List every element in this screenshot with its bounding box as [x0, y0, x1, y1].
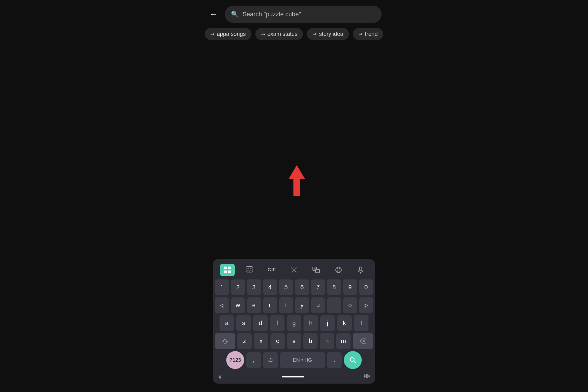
svg-point-15 — [337, 270, 338, 272]
svg-rect-3 — [228, 267, 231, 269]
num-sym-key[interactable]: ?123 — [226, 351, 244, 369]
svg-point-17 — [339, 270, 340, 272]
svg-rect-5 — [228, 270, 231, 273]
search-button[interactable] — [344, 351, 362, 369]
key-6[interactable]: 6 — [295, 279, 309, 295]
back-button[interactable]: ← — [206, 7, 220, 21]
key-m[interactable]: m — [336, 333, 351, 349]
key-l[interactable]: l — [354, 315, 368, 331]
chip-arrow-icon: ↗ — [311, 30, 318, 38]
key-3[interactable]: 3 — [247, 279, 261, 295]
key-b[interactable]: b — [303, 333, 318, 349]
home-indicator — [282, 376, 304, 377]
chip-arrow-icon: ↗ — [357, 30, 364, 38]
svg-rect-18 — [360, 267, 362, 271]
key-q[interactable]: q — [215, 297, 229, 313]
key-d[interactable]: d — [253, 315, 268, 331]
keyboard-switch-icon[interactable] — [364, 374, 370, 380]
key-u[interactable]: u — [311, 297, 325, 313]
key-g[interactable]: g — [287, 315, 301, 331]
key-j[interactable]: j — [320, 315, 335, 331]
svg-rect-24 — [364, 376, 367, 378]
keyboard-system-bar: ∨ — [215, 371, 373, 381]
shift-key[interactable] — [215, 333, 235, 349]
key-c[interactable]: c — [270, 333, 285, 349]
svg-rect-22 — [364, 374, 367, 376]
svg-point-7 — [248, 268, 249, 269]
key-v[interactable]: v — [287, 333, 301, 349]
zxcv-row: z x c v b n m — [215, 333, 373, 349]
bottom-row: ?123 , ☺ EN • HG . — [215, 351, 373, 369]
key-z[interactable]: z — [237, 333, 252, 349]
backspace-key[interactable] — [353, 333, 373, 349]
keyboard-toolbar: GIF — [215, 262, 373, 279]
number-row: 1 2 3 4 5 6 7 8 9 0 — [215, 279, 373, 295]
keyboard-collapse-icon[interactable]: ∨ — [218, 373, 222, 380]
key-y[interactable]: y — [295, 297, 309, 313]
toolbar-palette-button[interactable] — [331, 264, 346, 276]
qwerty-row: q w e r t y u i o p — [215, 297, 373, 313]
svg-rect-4 — [224, 270, 227, 273]
keyboard: GIF — [213, 259, 375, 384]
svg-rect-25 — [368, 376, 370, 378]
key-0[interactable]: 0 — [359, 279, 373, 295]
chip-label: trend — [365, 31, 378, 37]
key-o[interactable]: o — [343, 297, 357, 313]
chip-label: story idea — [319, 31, 343, 37]
key-i[interactable]: i — [327, 297, 341, 313]
svg-marker-1 — [288, 165, 305, 196]
key-s[interactable]: s — [236, 315, 251, 331]
svg-line-21 — [354, 361, 356, 363]
search-icon: 🔍 — [231, 11, 239, 18]
key-4[interactable]: 4 — [263, 279, 277, 295]
svg-rect-23 — [368, 374, 370, 376]
key-h[interactable]: h — [304, 315, 318, 331]
key-8[interactable]: 8 — [327, 279, 341, 295]
chip-arrow-icon: ↗ — [259, 30, 267, 38]
key-n[interactable]: n — [320, 333, 334, 349]
svg-point-14 — [339, 268, 340, 269]
toolbar-gif-button[interactable]: GIF — [265, 264, 279, 276]
red-arrow-indicator — [280, 162, 314, 200]
chip-exam-status[interactable]: ↗ exam status — [255, 28, 303, 40]
key-t[interactable]: t — [279, 297, 293, 313]
key-9[interactable]: 9 — [343, 279, 357, 295]
key-w[interactable]: w — [231, 297, 245, 313]
key-k[interactable]: k — [337, 315, 352, 331]
chip-trend[interactable]: ↗ trend — [353, 28, 383, 40]
svg-rect-2 — [224, 267, 227, 269]
svg-point-8 — [250, 268, 251, 269]
chips-row: ↗ appa songs ↗ exam status ↗ story idea … — [205, 28, 383, 40]
toolbar-sticker-button[interactable] — [242, 264, 257, 276]
key-e[interactable]: e — [247, 297, 261, 313]
comma-key[interactable]: , — [246, 352, 261, 368]
svg-point-13 — [337, 268, 338, 269]
key-x[interactable]: x — [254, 333, 268, 349]
key-7[interactable]: 7 — [311, 279, 325, 295]
key-1[interactable]: 1 — [215, 279, 229, 295]
key-a[interactable]: a — [220, 315, 234, 331]
chip-appa-songs[interactable]: ↗ appa songs — [205, 28, 251, 40]
key-2[interactable]: 2 — [231, 279, 245, 295]
key-p[interactable]: p — [359, 297, 373, 313]
chip-label: exam status — [267, 31, 298, 37]
toolbar-translate-button[interactable] — [309, 264, 323, 276]
search-input[interactable]: Search "puzzle cube" — [242, 11, 375, 18]
key-f[interactable]: f — [270, 315, 284, 331]
toolbar-apps-button[interactable] — [220, 264, 235, 276]
toolbar-settings-button[interactable] — [287, 264, 301, 276]
chip-arrow-icon: ↗ — [209, 30, 216, 38]
svg-point-12 — [336, 267, 341, 273]
key-5[interactable]: 5 — [279, 279, 293, 295]
gif-label: GIF — [268, 267, 276, 272]
search-box[interactable]: 🔍 Search "puzzle cube" — [225, 6, 382, 23]
period-key[interactable]: . — [327, 352, 342, 368]
toolbar-mic-button[interactable] — [353, 264, 368, 276]
key-r[interactable]: r — [263, 297, 277, 313]
asdf-row: a s d f g h j k l — [215, 315, 373, 331]
emoji-key[interactable]: ☺ — [263, 352, 278, 368]
chip-label: appa songs — [217, 31, 246, 37]
chip-story-idea[interactable]: ↗ story idea — [307, 28, 349, 40]
search-area: ← 🔍 Search "puzzle cube" ↗ appa songs ↗ … — [0, 6, 588, 40]
lang-key[interactable]: EN • HG — [280, 352, 325, 368]
